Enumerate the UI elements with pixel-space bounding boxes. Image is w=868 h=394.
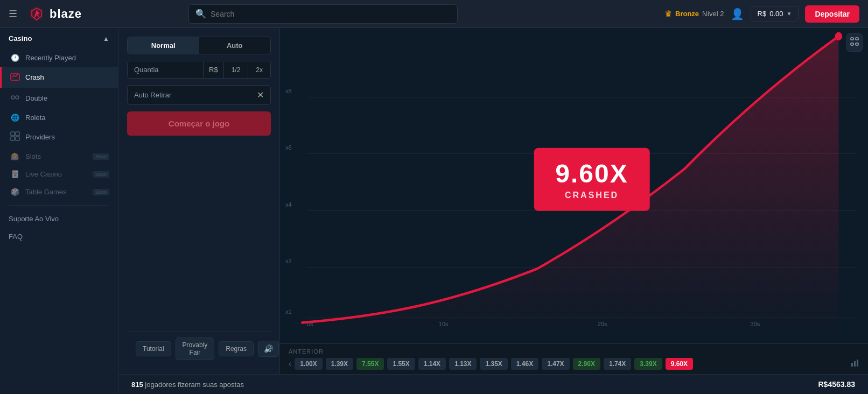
sidebar-item-live-casino[interactable]: 🃏 Live Casino Soon xyxy=(0,165,118,183)
provably-fair-button[interactable]: Provably Fair xyxy=(176,337,215,360)
prev-item-1.74[interactable]: 1.74X xyxy=(604,358,631,370)
sidebar-item-crash[interactable]: Crash xyxy=(0,67,118,88)
prev-item-1.13[interactable]: 1.13X xyxy=(449,358,477,370)
prev-item-1.55[interactable]: 1.55X xyxy=(387,358,415,370)
prev-arrow-left[interactable]: ‹ xyxy=(289,359,291,369)
svg-rect-8 xyxy=(16,137,19,140)
svg-rect-11 xyxy=(856,38,858,40)
regras-button[interactable]: Regras xyxy=(219,341,254,356)
game-row: Normal Auto Quantia R$ 1/2 2x Auto Retir… xyxy=(118,28,868,374)
players-suffix: fizeram suas apostas xyxy=(178,381,244,389)
bronze-label: Bronze xyxy=(675,10,699,18)
chevron-up-icon: ▲ xyxy=(103,35,109,43)
sidebar-section-casino[interactable]: Casino ▲ xyxy=(0,28,118,49)
sidebar-support[interactable]: Suporte Ao Vivo xyxy=(0,210,118,228)
sidebar-item-table-games[interactable]: 🎲 Table Games Soon xyxy=(0,183,118,201)
nivel-label: Nível 2 xyxy=(702,10,724,18)
half-button[interactable]: 1/2 xyxy=(223,62,248,78)
sidebar-item-slots[interactable]: 🎰 Slots Soon xyxy=(0,147,118,165)
balance-amount: 0.00 xyxy=(769,10,783,18)
clock-icon: 🕐 xyxy=(10,54,20,62)
prev-item-3.39[interactable]: 3.39X xyxy=(634,358,662,370)
prev-item-1.00[interactable]: 1.00X xyxy=(295,358,322,370)
header: ☰ blaze 🔍 ♛ Bronze Nível 2 👤 R$ 0.00 ▼ D… xyxy=(0,0,868,28)
svg-rect-16 xyxy=(857,360,858,367)
svg-point-9 xyxy=(835,32,843,40)
auto-retirar-close[interactable]: ✕ xyxy=(257,90,264,100)
stats-bar: 815 jogadores fizeram suas apostas R$456… xyxy=(118,374,868,394)
slots-soon-badge: Soon xyxy=(93,153,109,160)
sidebar-item-double-label: Double xyxy=(25,94,109,102)
crash-canvas-area: x8 x6 x4 x2 x1 0s 10s 20s 30s xyxy=(280,28,868,343)
search-icon: 🔍 xyxy=(195,9,206,19)
svg-rect-6 xyxy=(16,132,19,136)
prev-item-1.47[interactable]: 1.47X xyxy=(542,358,569,370)
amount-currency: R$ xyxy=(203,61,223,78)
menu-icon[interactable]: ☰ xyxy=(9,8,17,20)
stats-players: 815 jogadores fizeram suas apostas xyxy=(131,381,244,389)
crash-icon xyxy=(10,72,20,83)
svg-rect-7 xyxy=(11,137,15,140)
sidebar-section-title: Casino xyxy=(9,34,32,43)
balance-currency: R$ xyxy=(758,10,767,18)
table-games-icon: 🎲 xyxy=(10,188,20,196)
mode-tabs: Normal Auto xyxy=(127,37,271,54)
players-count: 815 xyxy=(131,381,143,389)
sidebar-item-providers[interactable]: Providers xyxy=(0,126,118,147)
sidebar-item-roleta-label: Roleta xyxy=(25,114,109,122)
logo-text: blaze xyxy=(50,7,82,21)
sidebar-item-recently-played[interactable]: 🕐 Recently Played xyxy=(0,49,118,67)
search-input[interactable] xyxy=(211,10,451,18)
bet-panel-bottom xyxy=(127,142,271,325)
sidebar-item-roleta[interactable]: 🌐 Roleta xyxy=(0,109,118,126)
tab-auto[interactable]: Auto xyxy=(199,37,271,54)
balance-button[interactable]: R$ 0.00 ▼ xyxy=(751,6,799,22)
prev-item-1.39[interactable]: 1.39X xyxy=(326,358,353,370)
providers-icon xyxy=(10,131,20,143)
bottom-bar: Tutorial Provably Fair Regras 🔊 xyxy=(127,332,271,365)
svg-rect-5 xyxy=(11,132,15,136)
auto-retirar-row: Auto Retirar ✕ xyxy=(127,85,271,105)
stats-amount: R$4563.83 xyxy=(818,380,855,389)
sidebar-faq[interactable]: FAQ xyxy=(0,228,118,245)
sound-button[interactable]: 🔊 xyxy=(258,341,279,357)
header-right: ♛ Bronze Nível 2 👤 R$ 0.00 ▼ Depositar xyxy=(664,5,859,23)
double-button[interactable]: 2x xyxy=(248,62,270,78)
previous-label: ANTERIOR xyxy=(289,348,859,355)
previous-list: ‹ 1.00X 1.39X 7.55X 1.55X 1.14X 1.13X 1.… xyxy=(289,358,859,370)
fullscreen-icon[interactable] xyxy=(846,33,863,52)
game-area: Normal Auto Quantia R$ 1/2 2x Auto Retir… xyxy=(118,28,868,394)
prev-item-1.35[interactable]: 1.35X xyxy=(480,358,507,370)
deposit-button[interactable]: Depositar xyxy=(805,5,859,23)
sidebar-item-double[interactable]: Double xyxy=(0,88,118,109)
crown-icon: ♛ xyxy=(664,9,672,19)
user-icon[interactable]: 👤 xyxy=(731,8,744,20)
prev-item-1.14[interactable]: 1.14X xyxy=(418,358,446,370)
auto-retirar-label: Auto Retirar xyxy=(134,91,257,99)
sidebar-divider xyxy=(9,205,109,206)
players-label: jogadores xyxy=(145,381,178,389)
tutorial-button[interactable]: Tutorial xyxy=(136,341,171,356)
previous-section: ANTERIOR ‹ 1.00X 1.39X 7.55X 1.55X 1.14X… xyxy=(280,343,868,374)
bet-panel: Normal Auto Quantia R$ 1/2 2x Auto Retir… xyxy=(118,28,280,374)
slots-icon: 🎰 xyxy=(10,152,20,160)
prev-item-7.55[interactable]: 7.55X xyxy=(356,358,384,370)
live-casino-soon-badge: Soon xyxy=(93,171,109,178)
crashed-label: CRASHED xyxy=(555,191,628,200)
logo: blaze xyxy=(28,5,82,23)
sidebar-item-table-games-label: Table Games xyxy=(25,188,87,196)
sidebar-item-label: Recently Played xyxy=(25,54,109,62)
tab-normal[interactable]: Normal xyxy=(128,37,199,54)
svg-rect-12 xyxy=(851,43,853,45)
prev-item-9.60[interactable]: 9.60X xyxy=(666,358,693,370)
svg-rect-15 xyxy=(854,361,856,367)
start-game-button[interactable]: Começar o jogo xyxy=(127,111,271,136)
crashed-multiplier: 9.60X xyxy=(555,159,628,188)
prev-item-1.46[interactable]: 1.46X xyxy=(511,358,538,370)
chart-icon[interactable] xyxy=(851,358,859,369)
chevron-down-icon: ▼ xyxy=(787,11,792,17)
content: Normal Auto Quantia R$ 1/2 2x Auto Retir… xyxy=(118,28,868,394)
search-bar[interactable]: 🔍 xyxy=(188,4,458,24)
prev-item-2.90[interactable]: 2.90X xyxy=(573,358,600,370)
logo-icon xyxy=(28,5,45,23)
